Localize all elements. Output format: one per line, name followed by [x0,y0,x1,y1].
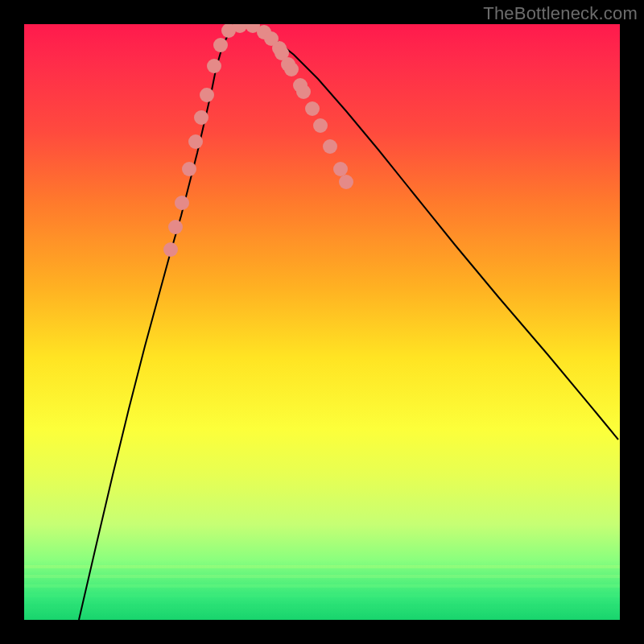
marker-layer [163,24,353,257]
curve-marker [305,101,320,116]
curve-marker [163,242,178,257]
curve-marker [194,110,208,125]
watermark-text: TheBottleneck.com [483,3,638,24]
curve-marker [339,175,353,189]
curve-marker [182,162,196,176]
curve-marker [313,118,328,133]
curve-marker [188,134,203,149]
curve-line [79,26,618,620]
curve-marker [168,220,183,234]
curve-marker [207,59,221,73]
chart-svg [24,24,620,620]
curve-marker [296,85,311,99]
plot-area [24,24,620,620]
curve-marker [323,139,337,154]
curve-marker [333,162,348,176]
curve-marker [175,196,189,210]
curve-marker [284,62,299,76]
curve-marker [200,88,214,102]
curve-marker [213,38,228,52]
outer-frame: TheBottleneck.com [0,0,644,644]
